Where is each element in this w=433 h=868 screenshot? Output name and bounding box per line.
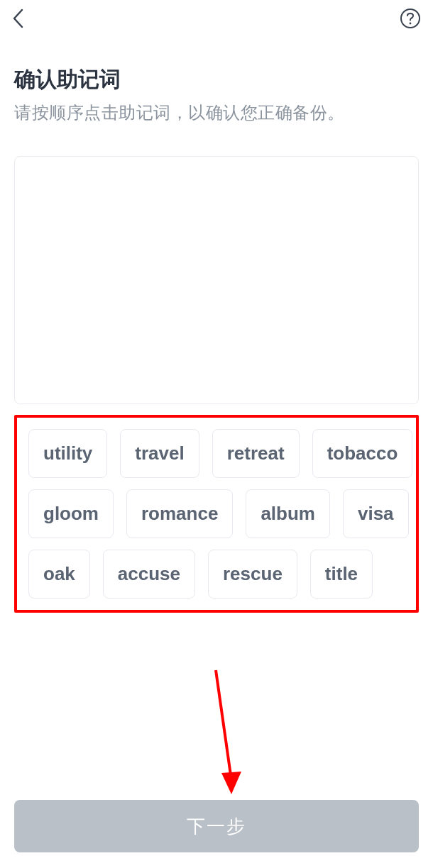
word-chip-visa[interactable]: visa [343, 489, 409, 538]
word-chip-rescue[interactable]: rescue [208, 550, 297, 599]
word-chip-album[interactable]: album [246, 489, 330, 538]
question-circle-icon [400, 8, 421, 29]
mnemonic-words-container: utility travel retreat tobacco gloom rom… [14, 415, 419, 613]
word-chip-travel[interactable]: travel [120, 429, 199, 478]
selected-words-box[interactable] [14, 156, 419, 404]
svg-point-1 [410, 23, 412, 25]
page-title: 确认助记词 [14, 65, 419, 94]
word-chip-retreat[interactable]: retreat [212, 429, 300, 478]
chevron-left-icon [11, 8, 26, 29]
content: 确认助记词 请按顺序点击助记词，以确认您正确备份。 [0, 37, 433, 124]
word-chip-gloom[interactable]: gloom [28, 489, 114, 538]
word-chip-utility[interactable]: utility [28, 429, 107, 478]
annotation-arrow [210, 667, 253, 811]
svg-marker-3 [221, 772, 241, 794]
word-chip-romance[interactable]: romance [126, 489, 233, 538]
words-row: utility travel retreat tobacco gloom rom… [28, 429, 413, 599]
word-chip-accuse[interactable]: accuse [103, 550, 195, 599]
word-chip-tobacco[interactable]: tobacco [312, 429, 413, 478]
svg-line-2 [216, 670, 231, 780]
header [0, 0, 433, 37]
page-subtitle: 请按顺序点击助记词，以确认您正确备份。 [14, 101, 419, 124]
back-button[interactable] [7, 7, 30, 30]
help-button[interactable] [398, 6, 423, 31]
word-chip-oak[interactable]: oak [28, 550, 90, 599]
word-chip-title[interactable]: title [310, 550, 373, 599]
next-button[interactable]: 下一步 [14, 800, 419, 852]
